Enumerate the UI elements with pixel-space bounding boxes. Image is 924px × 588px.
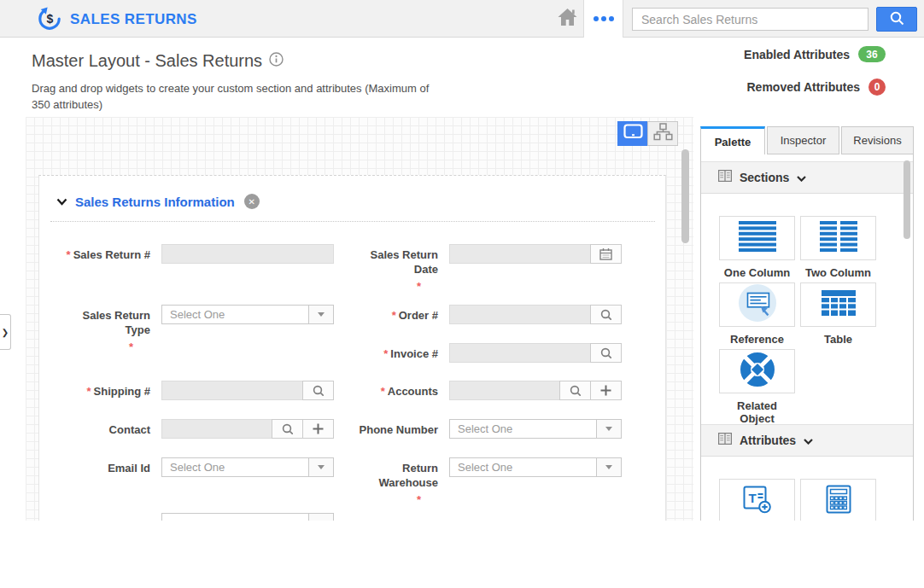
enabled-attributes: Enabled Attributes 36	[744, 46, 886, 62]
lookup-button[interactable]	[559, 381, 591, 400]
text-add-icon: T	[743, 486, 772, 517]
removed-attributes-label: Removed Attributes	[746, 80, 860, 94]
shipping-number-input[interactable]	[161, 381, 303, 400]
field-label: Phone Number	[353, 419, 438, 437]
page-title: Master Layout - Sales Returns	[32, 51, 284, 71]
dropdown-button[interactable]	[308, 305, 334, 324]
contact-input[interactable]	[161, 419, 272, 439]
chevron-down-icon	[797, 170, 806, 185]
search-button[interactable]	[876, 7, 917, 32]
monitor-icon	[623, 124, 643, 143]
palette-scrollbar-thumb[interactable]	[904, 160, 910, 239]
sales-return-number-input[interactable]	[161, 244, 334, 264]
tab-revisions[interactable]: Revisions	[841, 126, 914, 154]
dropdown-button[interactable]	[308, 457, 334, 477]
field-row-sales-return-number: *Sales Return #	[65, 244, 334, 264]
field-label: *Shipping #	[65, 381, 150, 399]
sales-return-type-select[interactable]: Select One	[161, 305, 309, 324]
palette-item-table[interactable]: Table	[800, 282, 876, 349]
order-number-input[interactable]	[449, 305, 591, 324]
search-input[interactable]	[632, 8, 868, 31]
more-dots-icon	[601, 16, 606, 21]
lookup-button[interactable]	[590, 305, 622, 324]
app-title: SALES RETURNS	[70, 11, 197, 28]
chevron-down-icon	[804, 433, 813, 448]
more-menu-button[interactable]	[583, 0, 623, 38]
field-row-sales-return-date: Sales Return Date *	[353, 244, 622, 294]
attributes-group-header[interactable]: Attributes	[701, 424, 913, 457]
panel-tabs: Palette Inspector Revisions	[700, 126, 914, 154]
date-picker-button[interactable]	[590, 244, 622, 264]
plus-icon	[600, 385, 611, 396]
page-description: Drag and drop widgets to create your cus…	[32, 80, 442, 113]
palette-item-reference[interactable]: Reference	[719, 282, 795, 349]
home-icon	[557, 8, 578, 30]
field-label	[65, 513, 150, 516]
desktop-view-button[interactable]	[617, 121, 648, 146]
more-dots-icon	[594, 16, 599, 21]
enabled-attributes-label: Enabled Attributes	[744, 48, 850, 61]
section-divider	[50, 221, 655, 222]
home-button[interactable]	[551, 0, 583, 38]
palette-item-calculated-attribute[interactable]	[800, 479, 876, 521]
add-button[interactable]	[590, 381, 622, 400]
attributes-cards: T	[701, 457, 913, 521]
removed-attributes: Removed Attributes 0	[746, 79, 886, 96]
required-asterisk: *	[392, 309, 396, 322]
canvas-scrollbar-thumb[interactable]	[681, 149, 689, 243]
palette-item-one-column[interactable]: One Column	[719, 216, 795, 282]
palette-panel: Palette Inspector Revisions Sections	[700, 126, 914, 521]
dropdown-button[interactable]	[596, 419, 622, 439]
required-asterisk: *	[353, 492, 438, 507]
required-asterisk: *	[353, 279, 438, 294]
return-warehouse-select[interactable]: Select One	[449, 457, 597, 477]
sitemap-icon	[653, 123, 673, 144]
svg-text:$: $	[47, 12, 54, 26]
phone-number-select[interactable]: Select One	[449, 419, 597, 439]
field-row-accounts: *Accounts	[353, 381, 622, 400]
field-row-email-id: Email Id Select One	[65, 457, 334, 477]
page-title-text: Master Layout - Sales Returns	[32, 51, 262, 71]
partial-select[interactable]	[161, 513, 309, 521]
section-header: Sales Returns Information ✕	[56, 194, 260, 209]
layout-group-icon	[718, 170, 732, 185]
sections-group-header[interactable]: Sections	[701, 161, 913, 194]
search-icon	[313, 385, 324, 396]
field-label: Contact	[65, 419, 150, 437]
add-button[interactable]	[302, 419, 334, 439]
app-header: $ SALES RETURNS	[0, 0, 924, 38]
tab-palette[interactable]: Palette	[700, 126, 765, 154]
required-asterisk: *	[65, 340, 150, 354]
palette-body: Sections One Column	[700, 154, 914, 521]
svg-text:T: T	[748, 491, 756, 505]
sales-return-date-input[interactable]	[449, 244, 591, 264]
field-label: *Accounts	[353, 381, 438, 399]
field-row-order-number: *Order #	[353, 305, 622, 324]
palette-item-related-object[interactable]: Related Object	[719, 349, 795, 416]
info-icon[interactable]	[269, 51, 284, 71]
lookup-button[interactable]	[272, 419, 303, 439]
remove-section-icon[interactable]: ✕	[244, 194, 260, 209]
invoice-number-input[interactable]	[449, 343, 591, 363]
palette-item-text-attribute[interactable]: T	[719, 479, 795, 521]
email-id-select[interactable]: Select One	[161, 457, 309, 477]
left-panel-expand-handle[interactable]: ❯	[0, 314, 11, 350]
calculator-icon	[826, 485, 851, 517]
caret-down-icon	[318, 465, 325, 469]
field-label: Sales Return Type *	[65, 305, 150, 354]
one-column-icon	[739, 221, 776, 255]
required-asterisk: *	[67, 248, 71, 261]
collapse-chevron-icon[interactable]	[56, 194, 67, 209]
accounts-input[interactable]	[449, 381, 560, 400]
lookup-button[interactable]	[590, 343, 622, 363]
sales-returns-logo-icon[interactable]: $	[38, 7, 61, 31]
structure-view-button[interactable]	[647, 121, 678, 146]
field-row-phone-number: Phone Number Select One	[353, 419, 622, 439]
tab-inspector[interactable]: Inspector	[767, 126, 839, 154]
lookup-button[interactable]	[302, 381, 334, 400]
caret-down-icon	[605, 465, 612, 469]
dropdown-button[interactable]	[308, 513, 334, 521]
palette-item-two-column[interactable]: Two Column	[800, 216, 876, 282]
dropdown-button[interactable]	[596, 457, 622, 477]
sections-group-label: Sections	[740, 171, 789, 184]
